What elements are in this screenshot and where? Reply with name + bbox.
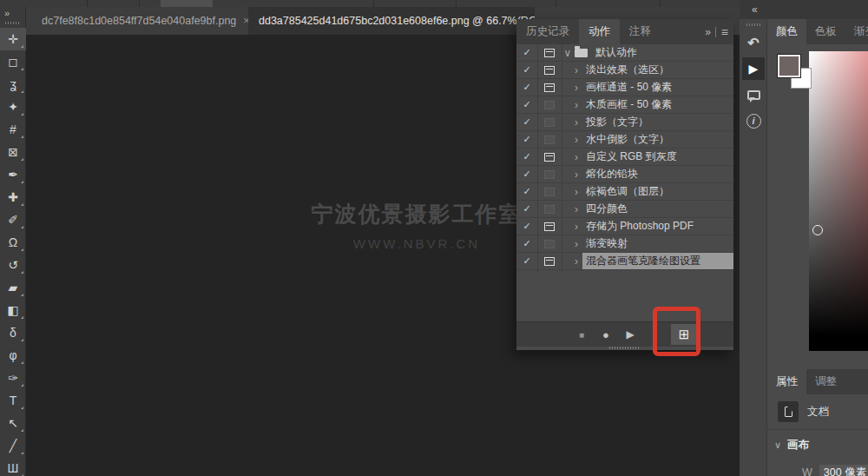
panel-menu-icon[interactable]: ≡ [721, 25, 728, 39]
action-row[interactable]: ✓ › 混合器画笔克隆绘图设置 [516, 253, 733, 270]
tab-color[interactable]: 颜色 [767, 19, 806, 44]
action-name[interactable]: 默认动作 [592, 44, 733, 61]
expand-chevron-icon[interactable]: › [570, 203, 582, 215]
expand-chevron-icon[interactable]: › [570, 169, 582, 181]
action-row[interactable]: ✓ › 画框通道 - 50 像素 [516, 79, 733, 96]
panel-resize-grip[interactable] [609, 347, 641, 349]
item-on-checkbox[interactable]: ✓ [516, 238, 537, 249]
expand-chevron-icon[interactable]: › [570, 64, 582, 76]
action-name[interactable]: 渐变映射 [582, 235, 733, 252]
expand-chevron-icon[interactable]: › [570, 116, 582, 129]
tool-button[interactable]: ✑ [0, 367, 26, 389]
expand-chevron-icon[interactable]: › [570, 151, 582, 163]
tool-button[interactable]: T [0, 389, 26, 412]
item-on-checkbox[interactable]: ✓ [516, 82, 537, 93]
action-row[interactable]: ✓ › 投影（文字） [516, 114, 733, 131]
tool-button[interactable]: ✚ [0, 186, 26, 208]
color-picker-ring[interactable] [812, 225, 823, 235]
action-name[interactable]: 画框通道 - 50 像素 [582, 79, 733, 96]
tool-button[interactable]: ↺ [0, 254, 26, 276]
saturation-brightness-picker[interactable] [809, 51, 868, 351]
expand-chevron-icon[interactable]: › [570, 82, 582, 94]
item-on-checkbox[interactable]: ✓ [516, 151, 537, 162]
dialog-toggle[interactable] [537, 66, 562, 75]
tool-button[interactable]: ╱ [0, 434, 26, 457]
dialog-toggle[interactable] [537, 83, 562, 92]
tool-button[interactable]: ▰ [0, 276, 26, 299]
tab-history[interactable]: 历史记录 [516, 19, 579, 44]
foreground-color-swatch[interactable] [778, 55, 800, 77]
dialog-toggle[interactable] [537, 101, 562, 109]
item-on-checkbox[interactable]: ✓ [516, 203, 537, 215]
dialog-toggle[interactable] [537, 205, 562, 214]
action-name[interactable]: 木质画框 - 50 像素 [582, 96, 733, 113]
document-tab[interactable]: dc7fe8f8c1d0e854ff7d54e040afe9bf.png× [31, 7, 248, 35]
item-on-checkbox[interactable]: ✓ [516, 255, 537, 267]
action-row[interactable]: ✓ › 水中倒影（文字） [516, 131, 733, 149]
expand-chevron-icon[interactable]: › [570, 134, 582, 146]
action-row[interactable]: ✓ › 淡出效果（选区） [516, 62, 733, 79]
tool-button[interactable]: φ [0, 344, 26, 367]
tool-button[interactable]: ↖ [0, 412, 26, 434]
tool-button[interactable]: ◻ [0, 50, 26, 73]
tool-button[interactable]: ʓ [0, 73, 26, 96]
tool-button[interactable]: ✐ [0, 208, 26, 231]
tool-button[interactable]: ⊠ [0, 141, 26, 163]
item-on-checkbox[interactable]: ✓ [516, 221, 537, 232]
dialog-toggle[interactable] [537, 153, 562, 162]
tool-button[interactable]: ✦ [0, 96, 26, 118]
footer-button[interactable]: ● [598, 324, 614, 345]
tab-gradients[interactable]: 渐变 [845, 19, 868, 44]
document-tab-active[interactable]: dd3a785425d41d675bc2d031e608ef6e.png @ 6… [248, 7, 535, 35]
footer-button[interactable] [706, 324, 721, 345]
action-row[interactable]: ✓ › 熔化的铅块 [516, 166, 733, 183]
toolbar-expand-icon[interactable]: » [4, 8, 8, 18]
panel-icon[interactable]: ▶ [740, 56, 767, 82]
canvas-section-header[interactable]: ∨ 画布 [767, 430, 868, 453]
expand-chevron-icon[interactable]: › [570, 255, 582, 268]
dialog-toggle[interactable] [537, 240, 562, 248]
panel-collapse-icon[interactable]: » [705, 26, 710, 38]
action-name[interactable]: 混合器画笔克隆绘图设置 [582, 253, 733, 269]
options-bar-button[interactable] [161, 0, 213, 7]
item-on-checkbox[interactable]: ✓ [516, 186, 537, 197]
action-row[interactable]: ✓ › 渐变映射 [516, 235, 733, 253]
action-name[interactable]: 存储为 Photoshop PDF [582, 218, 733, 235]
panel-icon[interactable] [740, 82, 767, 108]
expand-chevron-icon[interactable]: ∨ [562, 47, 574, 59]
dialog-toggle[interactable] [537, 222, 562, 231]
panel-icon[interactable]: ↶ [740, 30, 767, 56]
item-on-checkbox[interactable]: ✓ [516, 47, 537, 58]
dialog-toggle[interactable] [537, 257, 562, 266]
action-name[interactable]: 投影（文字） [582, 114, 733, 130]
dialog-toggle[interactable] [537, 136, 562, 144]
panel-icon[interactable]: i [740, 108, 767, 134]
tab-swatches[interactable]: 色板 [806, 19, 845, 44]
tab-notes[interactable]: 注释 [620, 19, 661, 44]
item-on-checkbox[interactable]: ✓ [516, 134, 537, 145]
tab-actions[interactable]: 动作 [579, 19, 620, 44]
expand-chevron-icon[interactable]: › [570, 221, 582, 233]
item-on-checkbox[interactable]: ✓ [516, 64, 537, 76]
expand-chevron-icon[interactable]: › [570, 99, 582, 111]
tool-button[interactable]: δ [0, 321, 26, 344]
canvas-width-input[interactable] [819, 464, 868, 476]
action-name[interactable]: 四分颜色 [582, 201, 733, 217]
action-name[interactable]: 棕褐色调（图层） [582, 183, 733, 200]
item-on-checkbox[interactable]: ✓ [516, 169, 537, 180]
footer-button[interactable]: ▶ [622, 324, 638, 345]
tool-button[interactable]: ◧ [0, 299, 26, 321]
action-name[interactable]: 熔化的铅块 [582, 166, 733, 182]
tool-button[interactable]: ✒ [0, 163, 26, 186]
tool-button[interactable]: ✛ [0, 28, 26, 50]
tab-adjustments[interactable]: 调整 [806, 369, 845, 394]
dialog-toggle[interactable] [537, 118, 562, 127]
action-row[interactable]: ✓ › 棕褐色调（图层） [516, 183, 733, 201]
tool-button[interactable]: # [0, 118, 26, 141]
action-name[interactable]: 自定义 RGB 到灰度 [582, 149, 733, 165]
action-row[interactable]: ✓ › 木质画框 - 50 像素 [516, 96, 733, 114]
expand-chevron-icon[interactable]: › [570, 238, 582, 250]
action-row[interactable]: ✓ › 四分颜色 [516, 201, 733, 218]
dialog-toggle[interactable] [537, 170, 562, 179]
action-name[interactable]: 淡出效果（选区） [582, 62, 733, 78]
